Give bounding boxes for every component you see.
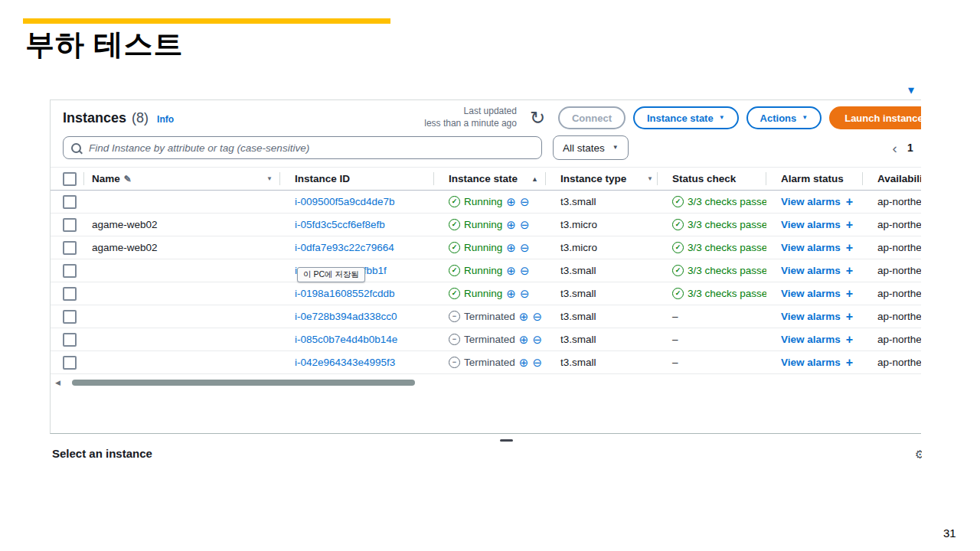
- zoom-in-icon[interactable]: ⊕: [519, 357, 529, 368]
- view-alarms-link[interactable]: View alarms: [781, 196, 841, 207]
- plus-icon[interactable]: +: [846, 311, 853, 323]
- state-filter-dropdown[interactable]: All states ▼: [553, 135, 629, 160]
- col-instance-id-label: Instance ID: [295, 173, 350, 184]
- view-alarms-link[interactable]: View alarms: [781, 265, 841, 276]
- view-alarms-link[interactable]: View alarms: [781, 219, 841, 230]
- previous-page-icon[interactable]: ‹: [893, 141, 897, 155]
- instance-state-value: Running: [464, 219, 502, 230]
- zoom-in-icon[interactable]: ⊕: [506, 265, 516, 276]
- instance-type-value: t3.small: [560, 288, 596, 299]
- sort-icon[interactable]: ▼: [266, 175, 273, 182]
- view-alarms-link[interactable]: View alarms: [781, 334, 841, 345]
- running-status-icon: ✓: [449, 219, 460, 230]
- slide-title: 부하 테스트: [25, 29, 184, 61]
- status-check-value: –: [672, 311, 678, 322]
- row-checkbox[interactable]: [63, 356, 77, 370]
- horizontal-scrollbar: ◀: [55, 377, 913, 388]
- col-name[interactable]: Name ✎ ▼: [84, 168, 280, 190]
- table-row: agame-web02 i-05fd3c5ccf6ef8efb ✓ Runnin…: [51, 214, 921, 236]
- col-name-label: Name: [92, 173, 120, 184]
- instance-id-link[interactable]: i-0e728b394ad338cc0: [295, 311, 397, 322]
- row-checkbox[interactable]: [63, 264, 77, 278]
- col-instance-id[interactable]: Instance ID: [280, 168, 434, 190]
- zoom-out-icon[interactable]: ⊖: [520, 242, 530, 253]
- col-status-check[interactable]: Status check: [658, 168, 766, 190]
- plus-icon[interactable]: +: [846, 357, 853, 369]
- instances-table: Name ✎ ▼ Instance ID Instance state ▲ In…: [51, 167, 921, 374]
- slide-page-number: 31: [943, 527, 956, 540]
- search-box[interactable]: [63, 136, 542, 159]
- instance-state-button[interactable]: Instance state ▼: [633, 106, 739, 129]
- zoom-in-icon[interactable]: ⊕: [519, 311, 529, 322]
- launch-instances-button[interactable]: Launch instances: [829, 106, 921, 129]
- scrollbar-thumb[interactable]: [72, 380, 415, 386]
- col-instance-type[interactable]: Instance type ▼: [546, 168, 658, 190]
- zoom-out-icon[interactable]: ⊖: [520, 288, 530, 299]
- col-instance-state[interactable]: Instance state ▲: [434, 168, 546, 190]
- instance-type-value: t3.micro: [560, 242, 597, 253]
- check-circle-icon: ✓: [672, 242, 684, 253]
- zoom-in-icon[interactable]: ⊕: [519, 334, 529, 345]
- instance-state-value: Running: [464, 288, 502, 299]
- row-checkbox[interactable]: [63, 287, 77, 301]
- running-status-icon: ✓: [449, 242, 460, 253]
- row-checkbox[interactable]: [63, 195, 77, 209]
- instance-id-link[interactable]: i-05fd3c5ccf6ef8efb: [295, 219, 385, 230]
- refresh-button[interactable]: ↻: [524, 105, 550, 131]
- zoom-in-icon[interactable]: ⊕: [506, 196, 516, 207]
- split-panel-drag-handle[interactable]: [500, 439, 513, 442]
- running-status-icon: ✓: [449, 196, 460, 207]
- zoom-out-icon[interactable]: ⊖: [520, 196, 530, 207]
- plus-icon[interactable]: +: [846, 334, 853, 346]
- instance-id-link[interactable]: i-042e964343e4995f3: [295, 357, 395, 368]
- col-alarm-status[interactable]: Alarm status: [766, 168, 863, 190]
- plus-icon[interactable]: +: [846, 265, 853, 277]
- row-checkbox[interactable]: [63, 218, 77, 232]
- zoom-out-icon[interactable]: ⊖: [532, 334, 542, 345]
- search-icon: [71, 143, 81, 153]
- zoom-in-icon[interactable]: ⊕: [506, 219, 516, 230]
- plus-icon[interactable]: +: [846, 196, 853, 208]
- scrollbar-track[interactable]: [65, 380, 913, 386]
- sort-icon[interactable]: ▼: [647, 175, 653, 182]
- info-link[interactable]: Info: [157, 114, 174, 125]
- row-checkbox[interactable]: [63, 241, 77, 255]
- view-alarms-link[interactable]: View alarms: [781, 357, 841, 368]
- zoom-in-icon[interactable]: ⊕: [506, 288, 516, 299]
- view-alarms-link[interactable]: View alarms: [781, 242, 841, 253]
- row-checkbox[interactable]: [63, 310, 77, 324]
- zoom-out-icon[interactable]: ⊖: [520, 265, 530, 276]
- gear-icon-clipped[interactable]: ⚙: [915, 448, 922, 461]
- status-check-value: 3/3 checks passed: [688, 196, 766, 207]
- plus-icon[interactable]: +: [846, 219, 853, 231]
- instance-state-label: Instance state: [647, 112, 714, 124]
- connect-button[interactable]: Connect: [558, 106, 626, 129]
- select-all-checkbox[interactable]: [63, 172, 77, 186]
- actions-button[interactable]: Actions ▼: [746, 106, 822, 129]
- zoom-out-icon[interactable]: ⊖: [532, 357, 542, 368]
- view-alarms-link[interactable]: View alarms: [781, 311, 841, 322]
- instance-state-value: Running: [464, 265, 502, 276]
- current-page[interactable]: 1: [907, 142, 913, 154]
- table-row: i-042e964343e4995f3 − Terminated ⊕ ⊖ t3.…: [51, 351, 921, 374]
- zoom-out-icon[interactable]: ⊖: [532, 311, 542, 322]
- availability-zone-value: ap-northe: [877, 288, 921, 299]
- row-checkbox[interactable]: [63, 333, 77, 347]
- instance-id-link[interactable]: i-085c0b7e4d4b0b14e: [295, 334, 397, 345]
- plus-icon[interactable]: +: [846, 288, 853, 300]
- zoom-out-icon[interactable]: ⊖: [520, 219, 530, 230]
- view-alarms-link[interactable]: View alarms: [781, 288, 841, 299]
- col-instance-state-label: Instance state: [449, 173, 518, 184]
- search-input[interactable]: [87, 142, 534, 155]
- instance-id-link[interactable]: i-0198a1608552fcddb: [295, 288, 395, 299]
- instance-id-link[interactable]: i-009500f5a9cd4de7b: [295, 196, 395, 207]
- table-row: i-085c0b7e4d4b0b14e − Terminated ⊕ ⊖ t3.…: [51, 328, 921, 351]
- plus-icon[interactable]: +: [846, 242, 853, 254]
- col-availability-zone[interactable]: Availability: [863, 168, 921, 190]
- instance-id-link[interactable]: i-0dfa7e93c22c79664: [295, 242, 394, 253]
- sort-ascending-icon[interactable]: ▲: [531, 175, 541, 183]
- instance-state-value: Terminated: [464, 357, 515, 368]
- saved-tooltip: 이 PC에 저장됨: [297, 267, 365, 282]
- zoom-in-icon[interactable]: ⊕: [506, 242, 516, 253]
- scroll-left-icon[interactable]: ◀: [55, 379, 65, 386]
